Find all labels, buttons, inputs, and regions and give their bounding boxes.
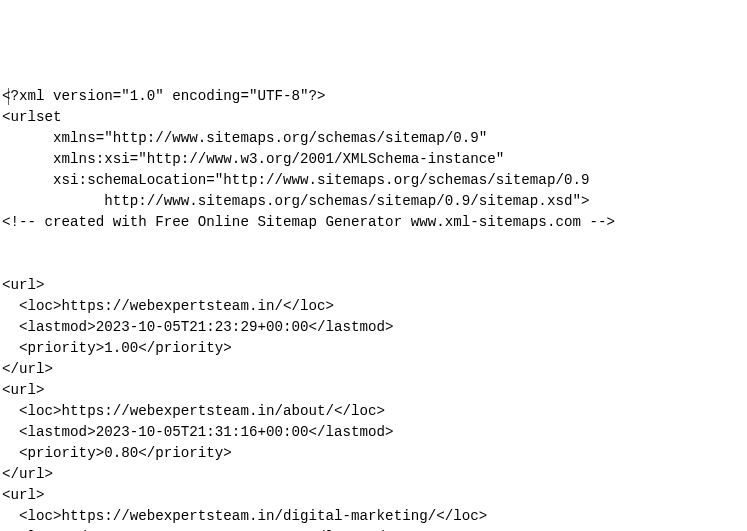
generator-comment: <!-- created with Free Online Sitemap Ge…	[2, 214, 615, 230]
attr-schema-location-cont: http://www.sitemaps.org/schemas/sitemap/…	[2, 193, 589, 209]
url-lastmod: <lastmod>2023-10-05T21:23:29+00:00</last…	[2, 319, 394, 335]
attr-xmlns-xsi: xmlns:xsi="http://www.w3.org/2001/XMLSch…	[2, 151, 504, 167]
attr-schema-location: xsi:schemaLocation="http://www.sitemaps.…	[2, 172, 589, 188]
xml-declaration: <?xml version="1.0" encoding="UTF-8"?>	[2, 88, 326, 104]
attr-xmlns: xmlns="http://www.sitemaps.org/schemas/s…	[2, 130, 487, 146]
url-close: </url>	[2, 361, 53, 377]
url-priority: <priority>0.80</priority>	[2, 445, 232, 461]
url-loc: <loc>https://webexpertsteam.in/about/</l…	[2, 403, 385, 419]
url-open: <url>	[2, 277, 45, 293]
url-loc: <loc>https://webexpertsteam.in/digital-m…	[2, 508, 487, 524]
xml-sitemap-source: <?xml version="1.0" encoding="UTF-8"?> <…	[2, 86, 747, 531]
url-loc: <loc>https://webexpertsteam.in/</loc>	[2, 298, 334, 314]
url-close: </url>	[2, 466, 53, 482]
url-open: <url>	[2, 382, 45, 398]
url-priority: <priority>1.00</priority>	[2, 340, 232, 356]
url-open: <url>	[2, 487, 45, 503]
urlset-open: <urlset	[2, 109, 62, 125]
url-lastmod: <lastmod>2023-10-05T21:31:16+00:00</last…	[2, 424, 394, 440]
text-caret	[8, 88, 9, 105]
